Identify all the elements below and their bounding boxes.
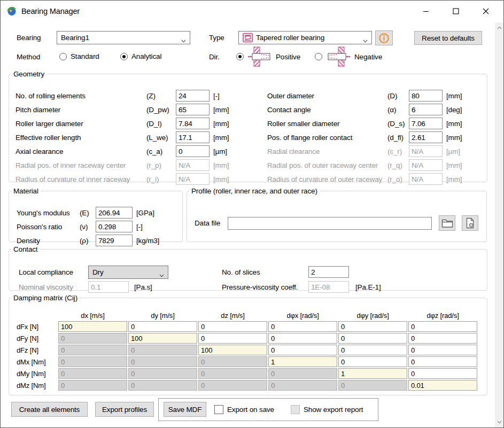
dir-negative-radio[interactable]: Negative <box>315 46 382 67</box>
material-field-input[interactable] <box>96 221 133 232</box>
scroll-down-icon[interactable] <box>495 418 503 426</box>
geometry-field-input[interactable] <box>176 145 210 157</box>
export-profiles-button[interactable]: Export profiles <box>95 402 154 417</box>
pv-coeff-input <box>308 281 349 293</box>
method-standard-label: Standard <box>71 52 99 60</box>
matrix-col-header: dφz [rad/s] <box>408 312 477 320</box>
create-all-elements-button[interactable]: Create all elements <box>11 402 88 417</box>
geometry-field-label: Axial clearance <box>15 147 146 155</box>
damping-cell[interactable]: 0 <box>198 321 267 332</box>
browse-folder-button[interactable] <box>439 215 455 231</box>
damping-cell: 0 <box>198 356 267 367</box>
geometry-field-input[interactable] <box>176 118 210 129</box>
geometry-field-input[interactable] <box>176 90 210 102</box>
local-compliance-select[interactable]: Dry <box>88 266 168 279</box>
geometry-field-input[interactable] <box>176 131 210 143</box>
geometry-field-symbol: (d_fl) <box>387 134 409 142</box>
damping-cell[interactable]: 0.01 <box>408 380 477 391</box>
damping-cell[interactable]: 0 <box>408 333 477 344</box>
damping-cell[interactable]: 0 <box>198 333 267 344</box>
geometry-field-input <box>409 173 443 185</box>
minimize-button[interactable] <box>411 1 441 22</box>
type-select[interactable]: Tapered roller bearing <box>238 31 372 44</box>
damping-cell[interactable]: 0 <box>338 333 407 344</box>
radio-checked-icon <box>120 53 128 60</box>
damping-cell[interactable]: 0 <box>338 321 407 332</box>
matrix-row: dFz [N]00100000 <box>17 345 477 355</box>
damping-cell[interactable]: 1 <box>338 368 407 379</box>
method-standard-radio[interactable]: Standard <box>59 52 99 60</box>
damping-cell[interactable]: 0 <box>338 356 407 367</box>
save-mdf-button[interactable]: Save MDF <box>164 402 206 417</box>
geometry-field-input[interactable] <box>409 118 443 129</box>
damping-cell[interactable]: 0 <box>268 345 337 355</box>
material-field-input[interactable] <box>96 235 133 246</box>
material-row: Young's modulus(E)[GPa] <box>17 206 159 220</box>
data-file-input[interactable] <box>228 217 432 230</box>
contact-legend: Contact <box>11 245 40 253</box>
damping-cell: 0 <box>58 380 127 391</box>
matrix-col-header: dx [m/s] <box>58 312 127 320</box>
damping-cell[interactable]: 0 <box>408 321 477 332</box>
damping-cell[interactable]: 0 <box>408 368 477 379</box>
maximize-button[interactable] <box>441 1 471 22</box>
dir-positive-label: Positive <box>276 53 300 61</box>
bearing-select[interactable]: Bearing1 <box>57 31 190 44</box>
slices-input[interactable] <box>308 266 349 278</box>
matrix-row-header: dFz [N] <box>17 345 57 355</box>
damping-cell[interactable]: 0 <box>268 333 337 344</box>
geometry-field-unit: [mm] <box>446 175 462 183</box>
geometry-field-input <box>409 159 443 171</box>
reset-defaults-button[interactable]: Reset to defaults <box>414 31 482 45</box>
damping-cell[interactable]: 0 <box>338 345 407 355</box>
geometry-field-input[interactable] <box>409 90 443 102</box>
vertical-scrollbar[interactable] <box>495 22 503 427</box>
matrix-row: dFy [N]01000000 <box>17 333 477 344</box>
damping-cell[interactable]: 100 <box>128 333 197 344</box>
damping-cell[interactable]: 100 <box>198 345 267 355</box>
damping-cell[interactable]: 0 <box>268 321 337 332</box>
matrix-col-header: dφx [rad/s] <box>268 312 337 320</box>
material-field-symbol: (ν) <box>80 223 96 231</box>
method-analytical-radio[interactable]: Analytical <box>120 52 161 60</box>
export-on-save-checkbox[interactable]: Export on save <box>214 405 274 414</box>
folder-icon <box>441 219 453 228</box>
geometry-field-unit: [deg] <box>446 106 462 114</box>
method-label: Method <box>17 53 40 61</box>
geometry-row: Radial pos. of inner raceway center(r_p)… <box>15 158 245 172</box>
geometry-row: Outer diameter(D)[mm] <box>267 89 484 103</box>
geometry-field-label: Roller smaller diameter <box>267 120 387 128</box>
type-info-button[interactable] <box>375 30 393 45</box>
scroll-up-icon[interactable] <box>495 24 503 32</box>
profile-legend: Profile (roller, inner race, and outer r… <box>189 187 320 195</box>
geometry-left-column: No. of rolling elements(Z)[-]Pitch diame… <box>15 89 245 186</box>
geometry-field-symbol: (c_a) <box>146 147 176 155</box>
type-select-value: Tapered roller bearing <box>256 34 324 42</box>
geometry-field-input[interactable] <box>176 104 210 115</box>
geometry-row: Effective roller length(L_we)[mm] <box>15 130 245 144</box>
damping-cell: 0 <box>268 368 337 379</box>
dir-positive-radio[interactable]: Positive <box>236 46 300 67</box>
geometry-legend: Geometry <box>11 70 46 78</box>
geometry-field-input[interactable] <box>409 104 443 115</box>
chevron-down-icon <box>181 36 186 44</box>
damping-cell[interactable]: 100 <box>58 321 127 332</box>
damping-cell[interactable]: 0 <box>408 345 477 355</box>
geometry-field-symbol: (L_we) <box>146 134 176 142</box>
geometry-field-input[interactable] <box>409 131 443 143</box>
bearing-manager-window: { "titlebar": { "title": "Bearing Manage… <box>0 0 504 428</box>
geometry-field-unit: [µm] <box>213 147 227 155</box>
damping-cell[interactable]: 1 <box>268 356 337 367</box>
pv-coeff-label: Pressure-viscosity coeff. <box>222 283 298 291</box>
material-row: Poisson's ratio(ν)[-] <box>17 220 159 234</box>
geometry-field-label: Effective roller length <box>15 134 146 142</box>
geometry-field-symbol: (r_q) <box>387 161 409 169</box>
matrix-col-header: dz [m/s] <box>198 312 267 320</box>
material-field-input[interactable] <box>96 207 133 219</box>
close-button[interactable] <box>471 1 501 22</box>
damping-cell[interactable]: 0 <box>128 321 197 332</box>
geometry-field-label: No. of rolling elements <box>15 92 146 100</box>
view-file-button[interactable] <box>462 215 478 231</box>
damping-cell[interactable]: 0 <box>408 356 477 367</box>
matrix-row-header: dMx [Nm] <box>17 356 57 367</box>
